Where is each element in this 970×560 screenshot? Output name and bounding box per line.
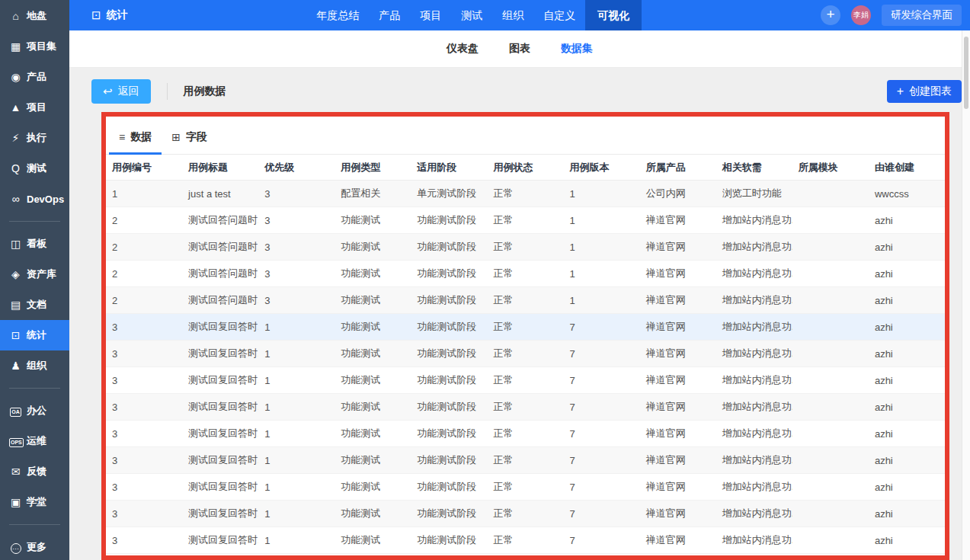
- dataset-tabs: ≡数据⊞字段: [106, 117, 945, 155]
- nav-item-1[interactable]: 年度总结: [306, 0, 369, 30]
- sidebar-item-assets[interactable]: ◈资产库: [0, 259, 69, 290]
- table-cell: 功能测试阶段: [411, 293, 487, 307]
- tab-data[interactable]: ≡数据: [109, 126, 162, 155]
- table-cell: 3: [106, 402, 182, 413]
- back-button-label: 返回: [118, 85, 139, 98]
- subnav-item-2[interactable]: 图表: [509, 42, 530, 56]
- table-row[interactable]: 3测试回复回答时.1功能测试功能测试阶段正常7禅道官网增加站内消息功.azhi: [106, 367, 945, 394]
- program-icon: ▦: [9, 40, 22, 53]
- table-cell: 7: [564, 535, 640, 546]
- table-cell: azhi: [869, 508, 945, 520]
- table-cell: 测试回复回答时.: [182, 320, 258, 334]
- table-cell: 7: [564, 348, 640, 360]
- column-header: 适用阶段: [411, 161, 487, 174]
- scrollbar-thumb[interactable]: [964, 37, 968, 109]
- table-cell: 增加站内消息功.: [716, 507, 792, 520]
- sidebar-item-label: 资产库: [27, 267, 56, 281]
- table-row[interactable]: 3测试回复回答时.1功能测试功能测试阶段正常7禅道官网增加站内消息功.azhi: [106, 341, 945, 367]
- nav-item-5[interactable]: 组织: [492, 0, 533, 30]
- sidebar: ⌂地盘▦项目集◉产品▲项目⚡执行Q测试∞DevOps◫看板◈资产库▤文档⊡统计♟…: [0, 0, 69, 560]
- nav-item-7[interactable]: 可视化: [585, 0, 642, 30]
- nav-item-6[interactable]: 自定义: [533, 0, 585, 30]
- table-cell: 增加站内消息功.: [716, 480, 792, 494]
- table-row[interactable]: 3测试回复回答时.1功能测试功能测试阶段正常7禅道官网增加站内消息功.azhi: [106, 421, 945, 447]
- table-header-row: 用例编号用例标题优先级用例类型适用阶段用例状态用例版本所属产品相关软需所属模块由…: [106, 155, 945, 181]
- kanban-icon: ◫: [9, 238, 22, 250]
- table-cell: azhi: [869, 215, 945, 226]
- sidebar-item-home[interactable]: ⌂地盘: [0, 1, 69, 31]
- sidebar-item-label: 更多: [27, 540, 46, 554]
- office-oa-icon: OA: [9, 405, 22, 418]
- subnav-item-3[interactable]: 数据集: [561, 42, 593, 56]
- sidebar-item-label: 执行: [27, 131, 46, 145]
- table-cell: 功能测试: [335, 533, 411, 547]
- table-cell: 测试回复回答时.: [182, 400, 258, 414]
- avatar[interactable]: 李娟: [851, 5, 871, 25]
- sidebar-item-school[interactable]: ▣学堂: [0, 487, 69, 517]
- table-cell: 增加站内消息功.: [716, 347, 792, 360]
- table-row[interactable]: 3测试回复回答时.1功能测试功能测试阶段正常7禅道官网增加站内消息功.azhi: [106, 474, 945, 501]
- nav-item-4[interactable]: 测试: [451, 0, 492, 30]
- scrollbar[interactable]: [962, 30, 970, 560]
- sidebar-item-more[interactable]: ···更多: [0, 532, 69, 560]
- table-cell: 配置相关: [335, 187, 411, 200]
- navbar-menu: 年度总结产品项目测试组织自定义可视化: [306, 0, 642, 30]
- add-button[interactable]: +: [821, 5, 840, 25]
- sidebar-item-execution[interactable]: ⚡执行: [0, 123, 69, 153]
- sidebar-item-label: DevOps: [27, 194, 64, 205]
- table-row[interactable]: 2测试回答问题时.3功能测试功能测试阶段正常1禅道官网增加站内消息功.azhi: [106, 234, 945, 261]
- table-cell: 增加站内消息功.: [716, 267, 792, 280]
- table-cell: 禅道官网: [640, 480, 716, 494]
- sidebar-item-test[interactable]: Q测试: [0, 153, 69, 184]
- table-row[interactable]: 2测试回答问题时.3功能测试功能测试阶段正常1禅道官网增加站内消息功.azhi: [106, 207, 945, 234]
- table-row[interactable]: 3测试回复回答时.1功能测试功能测试阶段正常7禅道官网增加站内消息功.azhi: [106, 314, 945, 341]
- nav-item-2[interactable]: 产品: [369, 0, 410, 30]
- workspace-switch-button[interactable]: 研发综合界面: [882, 5, 962, 26]
- table-cell: azhi: [869, 348, 945, 360]
- table-row[interactable]: 3测试回复回答时.1功能测试功能测试阶段正常7禅道官网增加站内消息功.azhi: [106, 447, 945, 474]
- sidebar-item-stats[interactable]: ⊡统计: [0, 320, 69, 350]
- table-cell: 7: [564, 455, 640, 466]
- sidebar-item-product[interactable]: ◉产品: [0, 62, 69, 92]
- table-cell: 功能测试阶段: [411, 320, 487, 334]
- sidebar-item-ops[interactable]: OPS运维: [0, 426, 69, 456]
- sidebar-item-label: 运维: [27, 434, 46, 448]
- table-cell: 1: [258, 428, 335, 440]
- sidebar-item-org[interactable]: ♟组织: [0, 350, 69, 381]
- table-cell: 正常: [487, 400, 563, 414]
- sidebar-item-feedback[interactable]: ✉反馈: [0, 456, 69, 487]
- table-body: 1just a test3配置相关单元测试阶段正常1公司内网浏览工时功能wwcc…: [106, 181, 945, 554]
- table-row[interactable]: 2测试回答问题时.3功能测试功能测试阶段正常1禅道官网增加站内消息功.azhi: [106, 261, 945, 287]
- sidebar-item-docs[interactable]: ▤文档: [0, 290, 69, 320]
- table-row[interactable]: 1just a test3配置相关单元测试阶段正常1公司内网浏览工时功能wwcc…: [106, 181, 945, 207]
- sidebar-item-project[interactable]: ▲项目: [0, 92, 69, 123]
- table-row[interactable]: 3测试回复回答时.1功能测试功能测试阶段正常7禅道官网增加站内消息功.azhi: [106, 527, 945, 554]
- table-cell: 3: [258, 242, 335, 253]
- back-button[interactable]: ↩ 返回: [91, 79, 151, 104]
- table-cell: 测试回复回答时.: [182, 480, 258, 494]
- docs-icon: ▤: [9, 299, 22, 311]
- column-header: 相关软需: [716, 161, 792, 174]
- assets-icon: ◈: [9, 268, 22, 280]
- table-cell: 功能测试阶段: [411, 373, 487, 387]
- nav-item-3[interactable]: 项目: [410, 0, 451, 30]
- table-cell: 正常: [487, 533, 563, 547]
- table-cell: 1: [258, 535, 335, 546]
- column-header: 优先级: [258, 161, 335, 174]
- stats-icon: ⊡: [9, 329, 22, 341]
- table-cell: 1: [258, 455, 335, 466]
- table-row[interactable]: 3测试回复回答时.1功能测试功能测试阶段正常7禅道官网增加站内消息功.azhi: [106, 394, 945, 421]
- sidebar-item-kanban[interactable]: ◫看板: [0, 229, 69, 259]
- table-row[interactable]: 3测试回复回答时.1功能测试功能测试阶段正常7禅道官网增加站内消息功.azhi: [106, 501, 945, 527]
- create-chart-label: 创建图表: [909, 85, 952, 98]
- sidebar-item-devops[interactable]: ∞DevOps: [0, 184, 69, 214]
- sidebar-item-office-oa[interactable]: OA办公: [0, 395, 69, 426]
- sidebar-item-program[interactable]: ▦项目集: [0, 31, 69, 62]
- subnav-item-1[interactable]: 仪表盘: [447, 42, 479, 56]
- table-cell: just a test: [182, 188, 258, 200]
- tab-fields[interactable]: ⊞字段: [162, 126, 217, 155]
- table-cell: 测试回复回答时.: [182, 347, 258, 360]
- create-chart-button[interactable]: + 创建图表: [887, 80, 962, 103]
- table-row[interactable]: 2测试回答问题时.3功能测试功能测试阶段正常1禅道官网增加站内消息功.azhi: [106, 287, 945, 314]
- table-cell: 测试回复回答时.: [182, 507, 258, 520]
